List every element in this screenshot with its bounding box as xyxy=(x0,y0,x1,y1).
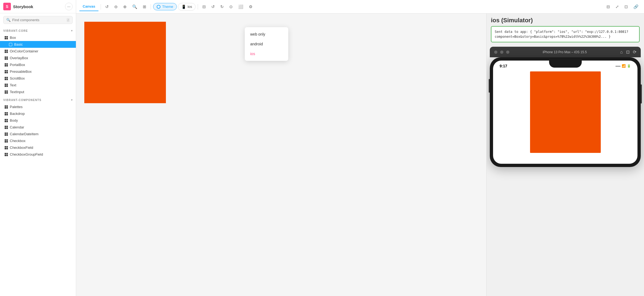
settings-button[interactable]: ⚙ xyxy=(247,3,255,11)
dropdown-item-android[interactable]: android xyxy=(245,39,288,49)
simulator-chrome: iPhone 13 Pro Max – iOS 15.5 ⌂ ⊡ ⟳ xyxy=(490,47,641,57)
grid-icon xyxy=(4,77,8,80)
refresh-back-button[interactable]: ↺ xyxy=(103,3,111,11)
ios-title: ios (Simulator) xyxy=(491,17,640,24)
grid-icon xyxy=(4,119,8,122)
toolbar-right: ⊟ ⤢ ⊡ 🔗 xyxy=(604,3,641,11)
ios-header: ios (Simulator) Sent data to app: { "pla… xyxy=(487,14,644,47)
vibrant-components-group: Palettes Backdrop Body Calendar Calendar… xyxy=(0,103,76,158)
iphone-time: 9:17 xyxy=(500,64,507,68)
zoom-out-button[interactable]: ⊖ xyxy=(112,3,120,11)
more-options-button[interactable]: ··· xyxy=(65,3,73,10)
sidebar-item-checkboxgroupfield[interactable]: CheckboxGroupField xyxy=(0,151,76,158)
sidebar-item-calendardateitem[interactable]: CalendarDateItem xyxy=(0,131,76,137)
grid-icon xyxy=(4,36,8,40)
simulator-controls: ⌂ ⊡ ⟳ xyxy=(620,49,636,55)
search-shortcut: / xyxy=(67,18,70,22)
sidebar-item-checkboxfield[interactable]: CheckboxField xyxy=(0,144,76,151)
sidebar-item-text[interactable]: Text xyxy=(0,82,76,89)
simulator-home-button[interactable]: ⌂ xyxy=(620,49,623,55)
sidebar-item-backdrop[interactable]: Backdrop xyxy=(0,110,76,117)
iphone-screen: 9:17 ▪▪▪▪ 📶 🔋 xyxy=(493,61,637,164)
undo-button[interactable]: ↺ xyxy=(209,3,217,11)
sidebar-item-overlaybox[interactable]: OverlayBox xyxy=(0,55,76,61)
tablet-button[interactable]: ⬜ xyxy=(236,3,246,11)
grid-icon xyxy=(4,56,8,60)
grid-icon xyxy=(4,83,8,87)
toolbar-divider xyxy=(101,4,101,10)
signal-bars-icon: ▪▪▪▪ xyxy=(616,65,621,68)
preview-orange-box xyxy=(84,22,166,103)
layout-button[interactable]: ⊞ xyxy=(141,3,148,11)
grid-icon xyxy=(4,49,8,53)
grid-layout-button[interactable]: ⊟ xyxy=(200,3,208,11)
section-header-vibrant-components: VIBRANT-COMPONENTS ▾ xyxy=(0,96,76,103)
canvas-tab[interactable]: Canvas xyxy=(79,2,98,11)
grid-icon xyxy=(4,105,8,109)
phone-icon: 📱 xyxy=(181,5,186,9)
preview-pane: web only android ios xyxy=(76,14,486,296)
collapse-components-button[interactable]: ▾ xyxy=(71,98,73,102)
panel-toggle-button[interactable]: ⊟ xyxy=(604,3,612,11)
toolbar-divider-3 xyxy=(198,4,198,10)
traffic-light-3 xyxy=(506,51,509,54)
story-icon xyxy=(9,43,13,46)
sidebar-item-portalbox[interactable]: PortalBox xyxy=(0,61,76,68)
theme-dropdown: web only android ios xyxy=(245,27,288,61)
dropdown-item-web-only[interactable]: web only xyxy=(245,29,288,39)
search-icon: 🔍 xyxy=(6,18,11,22)
sidebar-item-body[interactable]: Body xyxy=(0,117,76,124)
sidebar-item-oncolorcontainer[interactable]: OnColorContainer xyxy=(0,48,76,55)
link-button[interactable]: 🔗 xyxy=(631,3,641,11)
iphone-side-button-right xyxy=(641,84,642,103)
theme-circle-icon xyxy=(157,5,160,9)
iphone-notch xyxy=(549,61,582,68)
sidebar-item-textinput[interactable]: TextInput xyxy=(0,89,76,95)
search-button[interactable]: 🔍 xyxy=(130,3,140,11)
sidebar-item-basic[interactable]: Basic xyxy=(0,41,76,48)
sidebar-header: S Storybook ··· xyxy=(0,0,76,13)
grid-icon xyxy=(4,132,8,136)
vibrant-core-group: Box Basic OnColorContainer OverlayBox Po… xyxy=(0,34,76,96)
camera-button[interactable]: ⊙ xyxy=(227,3,235,11)
iphone-status-icons: ▪▪▪▪ 📶 🔋 xyxy=(616,64,631,68)
logo-icon: S xyxy=(3,3,11,10)
open-external-button[interactable]: ⊡ xyxy=(622,3,630,11)
grid-icon xyxy=(4,153,8,156)
grid-icon xyxy=(4,63,8,67)
simulator-rotate-button[interactable]: ⟳ xyxy=(633,49,636,55)
search-bar: 🔍 / xyxy=(3,16,73,24)
fullscreen-button[interactable]: ⤢ xyxy=(613,3,621,11)
wifi-icon: 📶 xyxy=(622,64,626,68)
grid-icon xyxy=(4,70,8,74)
platform-label: ios xyxy=(188,5,192,9)
search-input[interactable] xyxy=(12,18,65,22)
sidebar: S Storybook ··· 🔍 / VIBRANT-CORE ▾ Box B… xyxy=(0,0,76,296)
sidebar-item-pressablebox[interactable]: PressableBox xyxy=(0,68,76,75)
section-title: VIBRANT-CORE xyxy=(3,29,28,32)
iphone-preview-box xyxy=(530,71,601,153)
iphone-content xyxy=(493,69,637,155)
sidebar-item-scrollbox[interactable]: ScrollBox xyxy=(0,75,76,82)
iphone-mockup: 9:17 ▪▪▪▪ 📶 🔋 xyxy=(490,57,641,167)
simulator-screenshot-button[interactable]: ⊡ xyxy=(626,49,630,55)
grid-icon xyxy=(4,112,8,116)
sidebar-item-palettes[interactable]: Palettes xyxy=(0,103,76,110)
redo-button[interactable]: ↻ xyxy=(218,3,226,11)
iphone-side-button-left xyxy=(489,79,490,93)
ios-message: Sent data to app: { "platform": "ios", "… xyxy=(491,26,640,42)
traffic-light-1 xyxy=(494,51,497,54)
battery-icon: 🔋 xyxy=(627,64,631,68)
dropdown-item-ios[interactable]: ios xyxy=(245,49,288,59)
theme-button[interactable]: Theme xyxy=(153,3,177,10)
app-name: Storybook xyxy=(13,4,33,9)
toolbar-divider-2 xyxy=(151,4,151,10)
collapse-section-button[interactable]: ▾ xyxy=(71,29,73,33)
platform-button[interactable]: 📱 ios xyxy=(178,3,196,11)
app-logo: S Storybook xyxy=(3,3,33,10)
theme-label: Theme xyxy=(162,5,173,9)
sidebar-item-calendar[interactable]: Calendar xyxy=(0,124,76,131)
zoom-in-button[interactable]: ⊕ xyxy=(121,3,129,11)
sidebar-item-checkbox[interactable]: Checkbox xyxy=(0,137,76,144)
sidebar-item-box[interactable]: Box xyxy=(0,34,76,41)
